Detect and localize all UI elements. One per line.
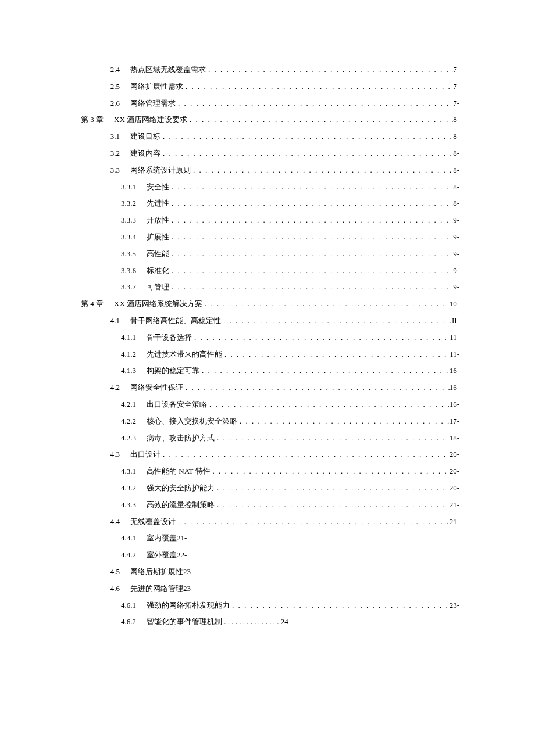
toc-number: 2.5 (92, 81, 130, 93)
toc-page: 16- (450, 365, 459, 377)
toc-page: II- (452, 315, 459, 327)
toc-leader-dots (169, 198, 453, 210)
toc-entry: 3.3网络系统设计原则8- (76, 164, 459, 177)
toc-title: 网络扩展性需求 (130, 81, 183, 93)
toc-leader-dots (160, 131, 453, 143)
toc-page: 9- (453, 214, 459, 227)
toc-title: 网络安全性保证 (130, 382, 183, 394)
toc-entry: 4.2.2核心、接入交换机安全策略17- (76, 415, 459, 428)
toc-number: 4.6 (92, 583, 130, 595)
toc-page: 7- (453, 64, 459, 76)
toc-entry: 第 3 章XX 酒店网络建设要求8- (76, 114, 459, 126)
toc-number: 3.3.6 (108, 265, 147, 277)
toc-title: 智能化的事件管理机制 . . . . . . . . . . . . . . .… (147, 616, 291, 628)
toc-title: 强劲的网络拓朴发现能力 (147, 600, 230, 612)
toc-title: 强大的安全防护能力 (147, 482, 215, 495)
toc-title: 可管理 (147, 281, 169, 293)
toc-number: 3.3.4 (108, 231, 147, 243)
toc-entry: 4.4无线覆盖设计21- (76, 516, 459, 528)
toc-number: 第 3 章 (76, 114, 114, 126)
toc-number: 4.3.2 (108, 482, 147, 495)
toc-number: 4.5 (92, 566, 130, 578)
toc-number: 2.6 (92, 98, 130, 110)
toc-number: 4.1.3 (108, 365, 147, 377)
toc-entry: 3.3.7可管理9- (76, 281, 459, 293)
toc-title: 扩展性 (147, 231, 169, 243)
toc-page: 8- (453, 114, 459, 126)
toc-title: 先进技术带来的高性能 (147, 349, 222, 361)
toc-title: XX 酒店网络建设要求 (114, 114, 187, 126)
toc-entry: 3.3.4扩展性9- (76, 231, 459, 243)
toc-title: 安全性 (147, 181, 169, 194)
toc-title: 构架的稳定可靠 (147, 365, 199, 377)
toc-leader-dots (211, 465, 450, 478)
toc-entry: 3.3.5高性能9- (76, 248, 459, 260)
toc-number: 4.1.1 (108, 332, 147, 344)
toc-page: 8- (453, 181, 459, 194)
toc-page: 8- (453, 164, 459, 177)
toc-page: 18- (450, 432, 459, 445)
toc-title: 骨干网络高性能、高稳定性 (130, 315, 221, 327)
toc-entry: 4.1.3构架的稳定可靠16- (76, 365, 459, 377)
toc-title: 标准化 (147, 265, 169, 277)
toc-entry: 4.6.2智能化的事件管理机制 . . . . . . . . . . . . … (76, 616, 459, 628)
toc-leader-dots (176, 516, 450, 528)
toc-leader-dots (187, 114, 453, 126)
toc-entry: 4.4.1室内覆盖21- (76, 532, 459, 544)
toc-page: 20- (450, 449, 459, 461)
toc-leader-dots (191, 164, 453, 177)
toc-page: 10- (450, 298, 459, 310)
toc-number: 4.2.1 (108, 399, 147, 411)
toc-entry: 4.5网络后期扩展性23- (76, 566, 459, 578)
toc-title: 开放性 (147, 214, 169, 227)
toc-title: 出口设备安全策略 (147, 399, 207, 411)
toc-leader-dots (215, 432, 450, 445)
toc-title: 网络后期扩展性23- (130, 566, 193, 578)
toc-leader-dots (183, 81, 453, 93)
toc-page: 20- (450, 482, 459, 495)
toc-number: 3.2 (92, 148, 130, 160)
toc-leader-dots (206, 64, 453, 76)
toc-leader-dots (160, 449, 450, 461)
toc-number: 4.2.3 (108, 432, 147, 445)
toc-leader-dots (169, 265, 453, 277)
toc-number: 2.4 (92, 64, 130, 76)
toc-number: 4.4.1 (108, 532, 147, 544)
toc-title: 高性能 (147, 248, 169, 260)
table-of-contents: 2.4热点区域无线覆盖需求7-2.5网络扩展性需求7-2.6网络管理需求7-第 … (76, 64, 459, 628)
toc-leader-dots (176, 98, 453, 110)
toc-number: 4.1.2 (108, 349, 147, 361)
toc-entry: 2.6网络管理需求7- (76, 98, 459, 110)
toc-number: 4.2.2 (108, 415, 147, 428)
toc-entry: 3.1建设目标8- (76, 131, 459, 143)
toc-entry: 3.3.2先进性8- (76, 198, 459, 210)
toc-leader-dots (169, 181, 453, 194)
toc-number: 4.6.2 (108, 616, 147, 628)
toc-entry: 第 4 章XX 酒店网络系统解决方案10- (76, 298, 459, 310)
toc-number: 4.3.3 (108, 499, 147, 511)
toc-number: 4.3 (92, 449, 130, 461)
toc-page: 9- (453, 281, 459, 293)
toc-leader-dots (237, 415, 450, 428)
toc-title: 室内覆盖21- (147, 532, 187, 544)
toc-title: 先进性 (147, 198, 169, 210)
toc-number: 4.1 (92, 315, 130, 327)
toc-page: 16- (450, 399, 459, 411)
toc-title: 网络管理需求 (130, 98, 176, 110)
toc-title: 先进的网络管理23- (130, 583, 193, 595)
toc-leader-dots (230, 600, 450, 612)
toc-number: 3.3.5 (108, 248, 147, 260)
toc-page: 9- (453, 248, 459, 260)
toc-page: 8- (453, 131, 459, 143)
toc-page: 9- (453, 231, 459, 243)
toc-page: 21- (450, 516, 459, 528)
toc-entry: 4.1骨干网络高性能、高稳定性II- (76, 315, 459, 327)
toc-entry: 4.3.2强大的安全防护能力20- (76, 482, 459, 495)
toc-title: 无线覆盖设计 (130, 516, 176, 528)
toc-entry: 4.2网络安全性保证16- (76, 382, 459, 394)
toc-leader-dots (202, 298, 450, 310)
toc-leader-dots (160, 148, 453, 160)
toc-page: 8- (453, 148, 459, 160)
toc-number: 3.1 (92, 131, 130, 143)
toc-title: 建设内容 (130, 148, 160, 160)
